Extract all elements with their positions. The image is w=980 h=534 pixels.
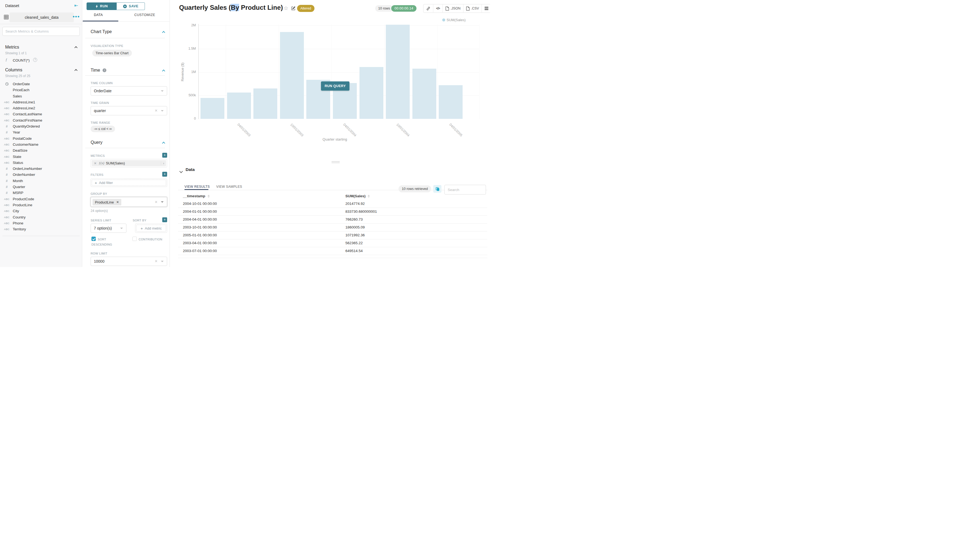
copy-icon[interactable] [433,185,441,193]
chart-legend[interactable]: SUM(Sales) [442,18,466,22]
chevron-up-icon[interactable] [74,69,77,72]
chevron-up-icon[interactable] [162,141,165,145]
export-csv-button[interactable]: .CSV [463,4,482,13]
column-item-status[interactable]: ABCStatus [0,160,82,166]
add-filter-plus-button[interactable]: + [162,172,167,176]
column-item-territory[interactable]: ABCTerritory [0,226,82,232]
visualization-type-value[interactable]: Time-series Bar Chart [92,50,132,56]
dataset-name[interactable]: cleaned_sales_data [10,13,74,22]
add-metric-plus-button[interactable]: + [162,153,167,157]
table-search-input[interactable] [444,185,486,195]
group-by-tag[interactable]: ProductLine ✕ [92,199,121,205]
column-item-addressline1[interactable]: ABCAddressLine1 [0,99,82,105]
chevron-up-icon[interactable] [162,31,165,34]
column-item-state[interactable]: ABCState [0,154,82,160]
column-item-customername[interactable]: ABCCustomerName [0,141,82,148]
chevron-right-icon[interactable]: › [161,161,166,165]
sort-descending-checkbox[interactable] [91,237,96,241]
column-item-postalcode[interactable]: ABCPostalCode [0,136,82,141]
save-button[interactable]: SAVE [117,2,145,10]
time-grain-label: TIME GRAIN [91,101,109,105]
metric-item-count[interactable]: ƒ COUNT(*) ? [0,57,82,64]
add-filter-button[interactable]: + Add filter [92,180,166,186]
clear-icon[interactable]: ✕ [155,259,158,263]
metrics-showing: Showing 1 of 1 [5,51,27,55]
altered-badge[interactable]: Altered [297,5,315,12]
export-json-button[interactable]: .JSON [443,4,463,13]
column-item-phone[interactable]: ABCPhone [0,220,82,226]
contribution-checkbox[interactable] [132,237,137,241]
chevron-up-icon[interactable] [74,46,77,49]
bar-2003-04-01[interactable] [227,92,251,119]
column-header-timestamp[interactable]: __timestamp [183,194,210,198]
column-item-month[interactable]: #Month [0,178,82,184]
add-sort-metric-button[interactable]: + Add metric [136,225,166,232]
search-metrics-columns-input[interactable] [2,27,80,36]
remove-tag-icon[interactable]: ✕ [116,200,119,204]
chevron-down-icon [161,110,164,111]
column-item-contactfirstname[interactable]: ABCContactFirstName [0,118,82,124]
chevron-down-icon[interactable] [179,170,183,173]
edit-icon[interactable] [291,6,296,12]
group-by-select[interactable]: ProductLine ✕ ✕ [91,197,167,207]
column-item-quantityordered[interactable]: #QuantityOrdered [0,124,82,129]
row-limit-select[interactable]: 10000 ✕ [91,257,167,266]
column-item-orderlinenumber[interactable]: #OrderLineNumber [0,166,82,172]
tab-view-samples[interactable]: VIEW SAMPLES [216,185,242,189]
clear-icon[interactable]: ✕ [155,108,158,113]
metric-pill-label: SUM(Sales) [106,161,125,165]
control-panel: RUN SAVE DATA CUSTOMIZE Chart Type VISUA… [82,0,170,267]
collapse-left-icon[interactable]: ⇤ [74,3,78,8]
series-limit-select[interactable]: 7 option(s) [91,224,126,233]
column-header-sum-sales[interactable]: SUM(Sales) [345,194,370,198]
page-title[interactable]: Quarterly Sales (By Product Line) [179,4,283,11]
column-item-priceeach[interactable]: PriceEach [0,87,82,93]
add-sort-metric-plus-button[interactable]: + [162,217,167,222]
column-item-dealsize[interactable]: ABCDealSize [0,148,82,154]
column-item-sales[interactable]: Sales [0,93,82,99]
menu-icon[interactable] [482,4,490,13]
clear-icon[interactable]: ✕ [155,200,158,204]
column-item-addressline2[interactable]: ABCAddressLine2 [0,105,82,111]
panel-resize-handle[interactable] [332,161,340,164]
dataset-more-icon[interactable]: ●●● [72,14,80,19]
metric-pill[interactable]: ✕ ƒ(x) SUM(Sales) › [92,160,166,166]
bar-2003-07-01[interactable] [253,89,277,119]
column-item-ordernumber[interactable]: #OrderNumber [0,172,82,178]
chevron-up-icon[interactable] [162,70,165,72]
run-button[interactable]: RUN [87,2,117,10]
table-row: 2004-10-01 00:00:002014774.92 [178,200,487,208]
link-icon[interactable] [423,4,433,13]
column-item-orderdate[interactable]: OrderDate [0,81,82,87]
column-item-productline[interactable]: ABCProductLine [0,202,82,208]
time-grain-select[interactable]: quarter ✕ [91,106,167,115]
bar-2004-07-01[interactable] [360,67,383,119]
column-item-quarter[interactable]: #Quarter [0,184,82,190]
tab-data[interactable]: DATA [94,13,103,17]
time-column-select[interactable]: OrderDate [91,86,167,95]
table-row: 2005-01-01 00:00:001071992.36 [178,232,487,239]
run-query-button[interactable]: RUN QUERY [321,81,350,91]
bar-2004-10-01[interactable] [386,25,410,119]
bar-2005-01-01[interactable] [412,68,436,119]
star-icon[interactable]: ☆ [283,5,288,11]
text-icon: ABC [3,208,11,214]
column-item-msrp[interactable]: #MSRP [0,190,82,196]
table-row: 2004-04-01 00:00:00766260.73 [178,216,487,224]
embed-code-icon[interactable]: </> [433,4,443,13]
column-item-country[interactable]: ABCCountry [0,215,82,220]
remove-icon[interactable]: ✕ [92,161,99,165]
gridline [198,49,479,49]
column-item-city[interactable]: ABCCity [0,208,82,214]
bar-2003-01-01[interactable] [200,98,224,119]
bar-2005-04-01[interactable] [439,85,463,119]
column-item-year[interactable]: #Year [0,129,82,135]
tab-view-results[interactable]: VIEW RESULTS [185,185,210,189]
column-item-contactlastname[interactable]: ABCContactLastName [0,111,82,117]
plus-icon: + [95,180,97,185]
time-range-value[interactable]: -∞ ≤ col < ∞ [91,126,115,132]
tab-customize[interactable]: CUSTOMIZE [134,13,155,17]
question-circle-icon[interactable]: ? [33,58,37,62]
bar-2003-10-01[interactable] [280,32,304,119]
column-item-productcode[interactable]: ABCProductCode [0,196,82,202]
